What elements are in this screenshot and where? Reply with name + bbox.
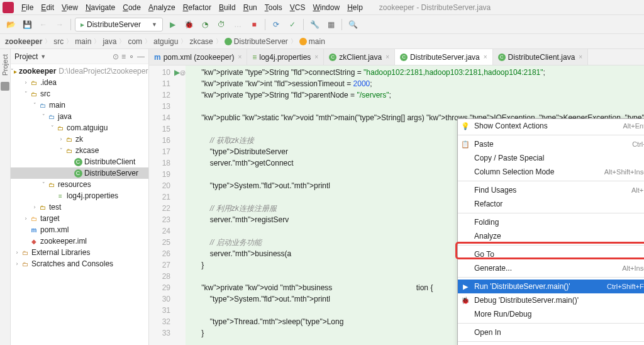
- stop-icon[interactable]: ■: [247, 18, 261, 31]
- breadcrumb-item[interactable]: zookeeper〉: [5, 37, 53, 46]
- menu-help[interactable]: Help: [343, 3, 367, 12]
- ctx-run-distributeserver-main-[interactable]: ▶Run 'DistributeServer.main()'Ctrl+Shift…: [458, 280, 644, 293]
- tree-item-external-libraries[interactable]: ›🗀External Libraries: [11, 247, 148, 258]
- menu-tools[interactable]: Tools: [261, 3, 286, 12]
- menu-build[interactable]: Build: [215, 3, 240, 12]
- settings-icon[interactable]: 🔧: [308, 18, 321, 31]
- open-icon[interactable]: 📂: [4, 18, 18, 31]
- ctx-debug-distributeserver-main-[interactable]: 🐞Debug 'DistributeServer.main()': [458, 293, 644, 307]
- bookmarks-icon[interactable]: [1, 82, 9, 91]
- forward-icon[interactable]: →: [53, 18, 67, 31]
- gutter-icon-strip: ▶@: [174, 65, 186, 345]
- ctx-refactor[interactable]: Refactor▶: [458, 197, 644, 211]
- tool-stripe-left: Project: [0, 49, 11, 345]
- collapse-all-icon[interactable]: ⚬: [128, 52, 135, 61]
- expand-all-icon[interactable]: ≡: [121, 52, 126, 61]
- hide-icon[interactable]: —: [137, 52, 145, 61]
- breadcrumb-item[interactable]: main: [299, 37, 325, 46]
- run-config-icon: ▸: [80, 20, 84, 29]
- menu-view[interactable]: View: [58, 3, 82, 12]
- vcs-update-icon[interactable]: ⟳: [269, 18, 283, 31]
- tree-item-java[interactable]: ˅🗀java: [11, 111, 148, 122]
- tab-pom-xml-zookeeper-[interactable]: mpom.xml (zookeeper)×: [149, 49, 247, 65]
- save-icon[interactable]: 💾: [20, 18, 34, 31]
- select-opened-icon[interactable]: ⊙: [113, 52, 119, 61]
- close-tab-icon[interactable]: ×: [314, 54, 318, 60]
- structure-icon[interactable]: ▦: [324, 18, 338, 31]
- menu-code[interactable]: Code: [119, 3, 145, 12]
- tab-distributeclient-java[interactable]: CDistributeClient.java×: [493, 49, 589, 65]
- tree-item-target[interactable]: ›🗀target: [11, 213, 148, 224]
- breadcrumb-item[interactable]: atguigu〉: [153, 37, 189, 46]
- tree-item--idea[interactable]: ›🗀.idea: [11, 77, 148, 88]
- breadcrumb-item[interactable]: main〉: [75, 37, 103, 46]
- project-header[interactable]: Project ▼ ⊙ ≡ ⚬ —: [11, 49, 148, 64]
- editor-tabs: mpom.xml (zookeeper)×≡log4j.properties×C…: [149, 49, 644, 65]
- tree-item-resources[interactable]: ˅🗀resources: [11, 179, 148, 190]
- close-tab-icon[interactable]: ×: [238, 54, 242, 60]
- attach-icon[interactable]: …: [231, 18, 245, 31]
- menu-edit[interactable]: Edit: [37, 3, 58, 12]
- project-panel: Project ▼ ⊙ ≡ ⚬ — ˅▸zookeeper D:\IdeaPro…: [11, 49, 149, 345]
- ctx-go-to[interactable]: Go To▶: [458, 247, 644, 261]
- breadcrumb-item[interactable]: com〉: [128, 37, 153, 46]
- tree-item-scratches-and-consoles[interactable]: ›🗀Scratches and Consoles: [11, 258, 148, 269]
- tab-distributeserver-java[interactable]: CDistributeServer.java×: [395, 49, 493, 65]
- tree-item-zkcase[interactable]: ˅🗀zkcase: [11, 145, 148, 156]
- ctx-analyze[interactable]: Analyze▶: [458, 229, 644, 243]
- tree-item-pom-xml[interactable]: mpom.xml: [11, 224, 148, 235]
- ctx-open-in[interactable]: Open In▶: [458, 325, 644, 339]
- close-tab-icon[interactable]: ×: [579, 54, 582, 60]
- menu-run[interactable]: Run: [240, 3, 261, 12]
- menu-refactor[interactable]: Refactor: [179, 3, 215, 12]
- tab-zkclient-java[interactable]: CzkClient.java×: [324, 49, 395, 65]
- breadcrumb-item[interactable]: zkcase〉: [189, 37, 224, 46]
- tab-log4j-properties[interactable]: ≡log4j.properties×: [247, 49, 324, 65]
- project-tool-tab[interactable]: Project: [0, 52, 10, 78]
- tree-item-log4j-properties[interactable]: ≡log4j.properties: [11, 190, 148, 201]
- menu-vcs[interactable]: VCS: [286, 3, 309, 12]
- menu-file[interactable]: File: [18, 3, 37, 12]
- breadcrumb-item[interactable]: src〉: [53, 37, 75, 46]
- app-logo: [3, 2, 14, 13]
- ctx-paste[interactable]: 📋PasteCtrl+V: [458, 137, 644, 151]
- back-icon[interactable]: ←: [36, 18, 50, 31]
- debug-icon[interactable]: 🐞: [182, 18, 196, 31]
- ctx-find-usages[interactable]: Find UsagesAlt+F7: [458, 183, 644, 197]
- close-tab-icon[interactable]: ×: [386, 54, 389, 60]
- main-toolbar: 📂 💾 ← → ▸ DistributeServer ▼ ▶ 🐞 ◔ ⏱ … ■…: [0, 15, 644, 34]
- tree-item-com-atguigu[interactable]: ˅🗀com.atguigu: [11, 122, 148, 133]
- tree-item-distributeserver[interactable]: CDistributeServer: [11, 167, 148, 179]
- coverage-icon[interactable]: ◔: [198, 18, 212, 31]
- ctx-folding[interactable]: Folding▶: [458, 215, 644, 229]
- ctx-copy-paste-special[interactable]: Copy / Paste Special▶: [458, 151, 644, 165]
- tree-item-zookeeper-iml[interactable]: ◆zookeeper.iml: [11, 235, 148, 247]
- ctx-generate-[interactable]: Generate...Alt+Insert: [458, 261, 644, 275]
- breadcrumb-item[interactable]: java〉: [103, 37, 128, 46]
- tree-item-main[interactable]: ˅🗀main: [11, 99, 148, 111]
- menu-bar: FileEditViewNavigateCodeAnalyzeRefactorB…: [0, 0, 644, 15]
- tree-item-distributeclient[interactable]: CDistributeClient: [11, 156, 148, 167]
- tree-item-test[interactable]: ›🗀test: [11, 201, 148, 213]
- tree-item-zk[interactable]: ›🗀zk: [11, 133, 148, 145]
- run-config-label: DistributeServer: [87, 20, 141, 29]
- ctx-show-context-actions[interactable]: 💡Show Context ActionsAlt+Enter: [458, 119, 644, 133]
- menu-window[interactable]: Window: [309, 3, 343, 12]
- tree-item-src[interactable]: ˅🗀src: [11, 88, 148, 99]
- close-tab-icon[interactable]: ×: [484, 54, 487, 60]
- menu-navigate[interactable]: Navigate: [82, 3, 119, 12]
- vcs-commit-icon[interactable]: ✓: [286, 18, 299, 31]
- tree-root[interactable]: ˅▸zookeeper D:\IdeaProject2\zookeeper: [11, 65, 148, 77]
- ctx-column-selection-mode[interactable]: Column Selection ModeAlt+Shift+Insert: [458, 165, 644, 179]
- line-gutter: 1011121314151617181920212223242526272829…: [149, 65, 174, 345]
- ctx-more-run-debug[interactable]: More Run/Debug▶: [458, 307, 644, 321]
- breadcrumb-item[interactable]: DistributeServer〉: [225, 37, 299, 46]
- context-menu[interactable]: 💡Show Context ActionsAlt+Enter📋PasteCtrl…: [457, 118, 644, 345]
- run-icon[interactable]: ▶: [165, 18, 179, 31]
- profile-icon[interactable]: ⏱: [214, 18, 228, 31]
- breadcrumb-bar: zookeeper〉src〉main〉java〉com〉atguigu〉zkca…: [0, 34, 644, 49]
- project-tree[interactable]: ˅▸zookeeper D:\IdeaProject2\zookeeper›🗀.…: [11, 64, 148, 345]
- run-config-selector[interactable]: ▸ DistributeServer ▼: [75, 18, 163, 31]
- search-icon[interactable]: 🔍: [346, 18, 360, 31]
- menu-analyze[interactable]: Analyze: [145, 3, 179, 12]
